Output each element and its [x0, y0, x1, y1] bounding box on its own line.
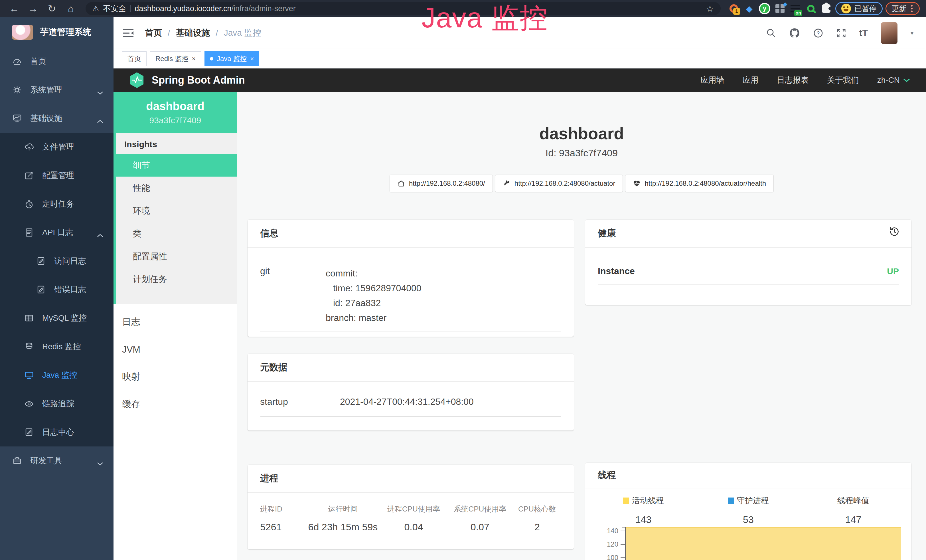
health-url-button[interactable]: http://192.168.0.2:48080/actuator/health — [625, 175, 774, 192]
sba-menu-details[interactable]: 细节 — [117, 154, 237, 177]
font-size-icon[interactable]: tT — [859, 28, 868, 38]
sidebar-item-api-log[interactable]: API 日志 — [0, 218, 113, 247]
instance-links: http://192.168.0.2:48080/ http://192.168… — [237, 175, 926, 192]
process-card-title: 进程 — [248, 465, 574, 493]
cards-left-column: 信息 git commit: time: 1596289704000 id: 2… — [248, 219, 574, 549]
sba-instance-header[interactable]: dashboard 93a3fc7f7409 — [113, 92, 237, 133]
help-icon[interactable]: ? — [813, 28, 823, 38]
sba-nav-applications[interactable]: 应用 — [743, 75, 759, 86]
row-divider — [598, 285, 899, 285]
sba-nav-wallboard[interactable]: 应用墙 — [701, 75, 724, 86]
chevron-up-icon — [97, 117, 103, 120]
sidebar-item-mysql-monitor[interactable]: MySQL 监控 — [0, 304, 113, 332]
browser-back-icon[interactable]: ← — [6, 0, 22, 17]
extension-on-badge: on — [794, 10, 802, 16]
sba-menu-environment[interactable]: 环境 — [117, 200, 237, 222]
annotation-java-monitor: Java 监控 — [422, 0, 548, 37]
browser-home-icon[interactable]: ⌂ — [63, 0, 79, 17]
document-edit-icon — [24, 427, 34, 437]
peak-threads-value: 147 — [801, 514, 906, 525]
app-logo-row[interactable]: 芋道管理系统 — [0, 17, 113, 47]
url-divider — [130, 5, 131, 12]
breadcrumb-infra[interactable]: 基础设施 — [176, 27, 210, 39]
sidebar-collapse-icon[interactable] — [122, 28, 135, 38]
sba-brand[interactable]: Spring Boot Admin — [130, 72, 245, 88]
profile-paused-chip[interactable]: 已暂停 — [835, 2, 883, 15]
document-edit-icon — [36, 256, 46, 266]
browser-forward-icon[interactable]: → — [25, 0, 41, 17]
history-icon[interactable] — [889, 226, 900, 238]
y-axis-tick — [620, 544, 625, 545]
tab-java-monitor[interactable]: Java 监控× — [204, 51, 259, 66]
tab-home[interactable]: 首页 — [122, 51, 147, 66]
extension-pin-icon[interactable]: ◆ — [743, 2, 755, 15]
sba-menu-mappings[interactable]: 映射 — [113, 363, 237, 390]
browser-menu-dots-icon[interactable] — [911, 8, 912, 9]
browser-reload-icon[interactable]: ↻ — [44, 0, 60, 17]
sidebar-item-access-log[interactable]: 访问日志 — [0, 247, 113, 275]
sba-nav-about[interactable]: 关于我们 — [827, 75, 859, 86]
sidebar-item-log-center[interactable]: 日志中心 — [0, 418, 113, 446]
sba-menu-config-props[interactable]: 配置属性 — [117, 245, 237, 268]
threads-area-chart: 140 120 100 — [591, 527, 906, 560]
y-axis-tick — [620, 557, 625, 558]
extension-grid-icon[interactable]: ◆ — [774, 2, 786, 15]
tab-redis-monitor[interactable]: Redis 监控× — [150, 51, 201, 66]
breadcrumb-home[interactable]: 首页 — [145, 27, 162, 39]
bookmark-star-icon[interactable]: ☆ — [706, 4, 714, 14]
sidebar-item-home[interactable]: 首页 — [0, 47, 113, 76]
daemon-threads-value: 53 — [696, 514, 801, 525]
caret-down-icon[interactable]: ▾ — [911, 30, 914, 36]
user-avatar[interactable] — [881, 22, 897, 44]
extension-list-icon[interactable]: on — [789, 2, 802, 15]
close-icon[interactable]: × — [250, 55, 254, 62]
sidebar-item-error-log[interactable]: 错误日志 — [0, 275, 113, 304]
extension-search-icon[interactable] — [805, 2, 817, 15]
service-url-button[interactable]: http://192.168.0.2:48080/ — [390, 175, 493, 192]
process-card: 进程 进程ID5261 运行时间6d 23h 15m 59s 进程CPU使用率0… — [248, 465, 574, 549]
browser-update-button[interactable]: 更新 — [885, 2, 920, 15]
sba-menu-logs[interactable]: 日志 — [113, 309, 237, 336]
app-title: 芋道管理系统 — [40, 26, 91, 38]
sidebar-item-scheduled-jobs[interactable]: 定时任务 — [0, 190, 113, 218]
info-card-title: 信息 — [248, 219, 574, 248]
github-icon[interactable] — [789, 28, 800, 38]
address-bar[interactable]: ⚠ 不安全 dashboard.yudao.iocoder.cn/infra/a… — [86, 2, 721, 15]
sba-menu-classes[interactable]: 类 — [117, 222, 237, 245]
sba-menu-jvm[interactable]: JVM — [113, 336, 237, 363]
breadcrumb-current: Java 监控 — [224, 27, 262, 39]
sidebar-item-file-management[interactable]: 文件管理 — [0, 133, 113, 161]
insights-group-label: Insights — [117, 133, 237, 154]
breadcrumb: 首页 / 基础设施 / Java 监控 — [145, 27, 261, 39]
sidebar-item-config-management[interactable]: 配置管理 — [0, 161, 113, 190]
extensions-puzzle-icon[interactable] — [820, 2, 832, 15]
gauge-icon — [12, 56, 22, 67]
sidebar-item-system[interactable]: 系统管理 — [0, 76, 113, 104]
sba-menu-scheduled-tasks[interactable]: 计划任务 — [117, 268, 237, 291]
gear-icon — [12, 85, 22, 95]
sba-header: Spring Boot Admin 应用墙 应用 日志报表 关于我们 zh-CN — [113, 68, 926, 92]
search-icon[interactable] — [766, 28, 776, 38]
sidebar-item-tracing[interactable]: 链路追踪 — [0, 389, 113, 418]
tags-view: 首页 Redis 监控× Java 监控× — [113, 49, 926, 68]
sidebar-item-infra[interactable]: 基础设施 — [0, 104, 113, 133]
sidebar-item-redis-monitor[interactable]: Redis 监控 — [0, 332, 113, 361]
health-card-title: 健康 — [598, 228, 616, 238]
sba-menu-metrics[interactable]: 性能 — [117, 177, 237, 200]
sba-nav: 应用墙 应用 日志报表 关于我们 zh-CN — [701, 75, 910, 86]
cards-right-column: 健康 Instance UP 线程 活动线程 — [585, 219, 911, 560]
close-icon[interactable]: × — [192, 55, 196, 62]
sba-nav-journal[interactable]: 日志报表 — [777, 75, 809, 86]
extension-y-icon[interactable]: y — [758, 2, 771, 15]
sba-menu-caches[interactable]: 缓存 — [113, 390, 237, 418]
chevron-down-icon — [903, 78, 910, 82]
fullscreen-icon[interactable] — [837, 28, 846, 38]
sidebar-item-java-monitor[interactable]: Java 监控 — [0, 361, 113, 389]
sba-language-select[interactable]: zh-CN — [877, 76, 910, 85]
breadcrumb-separator: / — [216, 28, 218, 38]
actuator-url-button[interactable]: http://192.168.0.2:48080/actuator — [495, 175, 623, 192]
breadcrumb-separator: / — [168, 28, 170, 38]
info-card: 信息 git commit: time: 1596289704000 id: 2… — [248, 219, 574, 337]
sidebar-item-dev-tools[interactable]: 研发工具 — [0, 446, 113, 475]
extension-orange-icon[interactable]: 1 — [728, 2, 740, 15]
